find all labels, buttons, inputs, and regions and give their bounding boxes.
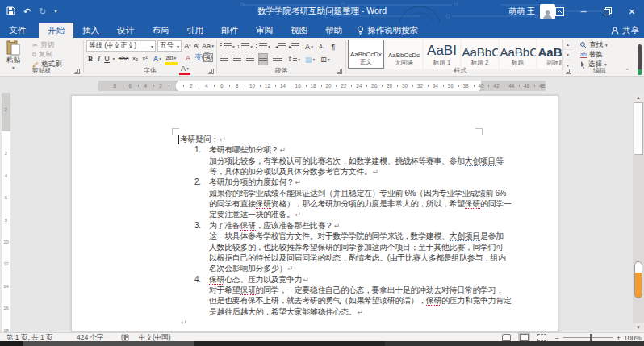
tab-插入[interactable]: 插入 [73, 23, 108, 38]
undo-icon[interactable]: ↶ [23, 7, 31, 16]
enclose-characters-button[interactable]: 字 [202, 52, 212, 62]
taskbar-segment[interactable] [385, 341, 644, 346]
doc-line[interactable]: 名次会影响加分多少）↵ [209, 263, 293, 273]
grow-font-button[interactable]: A^ [183, 40, 192, 51]
underline-button[interactable]: U [103, 53, 111, 64]
user-name[interactable]: 萌萌 王 [508, 6, 535, 17]
text-direction-button[interactable]: A▾ [303, 41, 315, 52]
align-left-button[interactable] [220, 54, 228, 65]
distribute-button[interactable] [273, 54, 282, 65]
doc-line[interactable]: 但是也要有保不上研，就去考研的勇气（如果希望读研的话），保研的压力和竞争力肯定 [209, 295, 511, 306]
doc-line[interactable]: 以根据自己的特长以及同届同学的动态，酌情考虑。(由于比赛大多都是组队参与，组内 [209, 252, 506, 263]
clipboard-dialog-launcher[interactable] [74, 69, 80, 74]
change-case-button[interactable]: Aa▾ [202, 40, 214, 51]
doc-line[interactable]: 4.保研心态、压力以及竞争力↵ [194, 274, 308, 285]
doc-line[interactable]: 2.考研加分项的力度如何？↵ [194, 177, 301, 187]
bold-button[interactable]: B [86, 53, 94, 64]
styles-scroll-down-icon[interactable]: ▼ [563, 50, 572, 60]
zoom-slider-handle[interactable] [590, 334, 592, 341]
doc-line[interactable]: 对于希望保研的同学，一定要稳住自己的心态，要拿出十足的冲劲去对待日常的学习， [209, 285, 504, 295]
style-card-无间隔[interactable]: AaBbCcDc无间隔 [386, 40, 422, 69]
vertical-ruler[interactable]: L 224681012141618 [2, 93, 10, 332]
shrink-font-button[interactable]: Aˇ [192, 40, 201, 51]
justify-button[interactable] [259, 54, 267, 65]
doc-line[interactable]: 加分项比较多；有学校认可的比赛名次，如数学建模、挑战杯等赛事、参加大创项目等 [209, 156, 504, 166]
doc-line[interactable]: 1.考研有哪些加分项？↵ [194, 144, 286, 155]
font-name-combo[interactable]: 等线 (中文正文)▾ [86, 40, 156, 52]
share-button[interactable]: 共享 [611, 23, 639, 38]
doc-line[interactable]: 人数比较多的，也比较推荐希望保研的同学参加这两个项目；至于其他比赛，同学们可 [209, 242, 504, 252]
taskbar-segment[interactable] [194, 341, 385, 346]
redo-icon[interactable]: ↻ [39, 7, 46, 16]
doc-line[interactable]: 是越往后越大的，希望大家能够稳住心态。↵ [209, 306, 363, 317]
doc-line[interactable]: 3.为了准备保研，应该准备那些比赛？↵ [194, 220, 340, 231]
style-card-副标题[interactable]: AaBbC副标题 [537, 40, 562, 69]
clear-formatting-button[interactable]: A [183, 52, 193, 63]
borders-button[interactable]: ⊞▾ [319, 54, 332, 65]
superscript-button[interactable]: x² [140, 53, 149, 64]
styles-dialog-launcher[interactable] [566, 69, 571, 74]
increase-indent-button[interactable]: ▸ [289, 41, 299, 52]
style-card-正文[interactable]: AaBbCcDx正文 [348, 40, 384, 69]
replace-button[interactable]: ab 替换 [580, 50, 603, 60]
align-center-button[interactable] [233, 54, 241, 65]
hanging-indent-marker[interactable] [173, 85, 179, 91]
doc-line[interactable]: 这一块具体参考学校官方文件。对于数学学院的同学来说，数学建模、大创项目是参加 [209, 231, 504, 241]
bullets-button[interactable]: ▾ [220, 41, 235, 52]
tab-文件[interactable]: 文件 [0, 23, 39, 38]
numbering-button[interactable]: 1:▾ [237, 41, 253, 52]
tab-设计[interactable]: 设计 [108, 23, 143, 38]
collapse-ribbon-icon[interactable]: ⌃ [625, 68, 629, 74]
close-icon[interactable]: ✕ [620, 0, 644, 23]
italic-button[interactable]: I [95, 53, 102, 64]
multilevel-list-button[interactable]: ▾ [256, 41, 270, 52]
line-spacing-button[interactable]: ⇕▾ [287, 54, 300, 65]
strikethrough-button[interactable]: abc [117, 53, 130, 64]
doc-line[interactable]: 考研疑问：↵ [180, 134, 225, 144]
find-button[interactable]: 查找▾ [580, 40, 608, 50]
decrease-indent-button[interactable]: ◂ [275, 41, 286, 52]
style-card-标题 2[interactable]: AaBbC标题 2 [462, 40, 498, 69]
doc-line[interactable]: 如果你的纯学业成绩不能保证达到（并且稳定在）专业前 6%（因为专业学业成绩前 6… [209, 188, 506, 198]
style-card-标题[interactable]: AaBbC标题 [500, 40, 536, 69]
font-dialog-launcher[interactable] [208, 69, 214, 74]
sort-button[interactable]: A↓ [316, 41, 328, 52]
customize-qat-icon[interactable]: ▾ [54, 9, 56, 14]
align-right-button[interactable] [246, 54, 254, 65]
tab-开始[interactable]: 开始 [39, 23, 73, 38]
copy-button[interactable]: ⧉复制 [32, 50, 52, 60]
tab-布局[interactable]: 布局 [143, 23, 178, 38]
text-effects-button[interactable]: A▾ [152, 53, 163, 64]
show-hide-marks-button[interactable]: ¶ [329, 41, 337, 52]
underline-dropdown[interactable]: ▾ [111, 53, 116, 64]
tab-引用[interactable]: 引用 [178, 23, 212, 38]
save-icon[interactable] [6, 6, 15, 17]
scroll-down-icon[interactable]: ▼ [633, 323, 644, 332]
minimize-icon[interactable]: ─ [571, 0, 596, 23]
doc-line[interactable]: 的同学有直接保研资格），那么考研加分项的力度是非常大的，所以，希望保研的同学一 [209, 198, 511, 209]
tab-帮助[interactable]: 帮助 [316, 23, 351, 38]
document-page[interactable]: 考研疑问：↵1.考研有哪些加分项？↵加分项比较多；有学校认可的比赛名次，如数学建… [71, 95, 558, 332]
scroll-up-icon[interactable]: ▲ [633, 93, 644, 102]
style-card-标题 1[interactable]: AaBI标题 1 [424, 40, 460, 69]
vertical-scrollbar[interactable]: ▲ ▼ [633, 93, 644, 332]
taskbar-segment[interactable] [0, 341, 23, 346]
ribbon-display-options-icon[interactable] [547, 0, 571, 23]
tell-me-search[interactable]: 操作说明搜索 [349, 23, 426, 38]
tab-视图[interactable]: 视图 [282, 23, 316, 38]
font-size-combo[interactable]: 五号▾ [157, 40, 182, 52]
shading-button[interactable]: ▦▾ [303, 54, 316, 65]
zoom-slider-track[interactable] [563, 337, 613, 338]
restore-icon[interactable] [596, 0, 620, 23]
cut-button[interactable]: ✂剪切 [32, 40, 54, 50]
horizontal-ruler[interactable]: 8642246810121416182022242628303234363840… [98, 81, 546, 91]
paragraph-dialog-launcher[interactable] [337, 69, 342, 74]
scrollbar-thumb[interactable] [634, 102, 643, 155]
doc-line[interactable]: ↵ [180, 317, 186, 327]
tab-邮件[interactable]: 邮件 [212, 23, 247, 38]
highlight-color-button[interactable]: ab▾ [165, 52, 178, 63]
subscript-button[interactable]: x₂ [131, 53, 140, 64]
taskbar-segment[interactable] [23, 341, 194, 346]
doc-line[interactable]: 定要注意这一块的准备。↵ [209, 209, 301, 219]
tab-审阅[interactable]: 审阅 [247, 23, 282, 38]
